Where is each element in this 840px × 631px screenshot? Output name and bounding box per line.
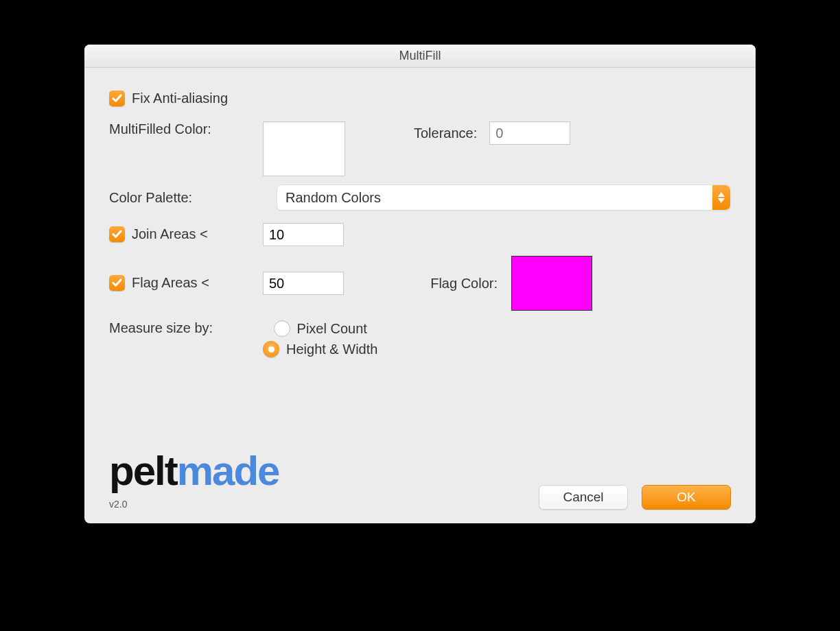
peltmade-logo: peltmade [109, 451, 279, 492]
color-palette-select[interactable]: Random Colors [277, 184, 731, 211]
join-areas-label: Join Areas < [132, 226, 208, 242]
join-areas-input[interactable] [263, 223, 344, 246]
dialog-content: Fix Anti-aliasing MultiFilled Color: Tol… [84, 68, 756, 523]
join-areas-checkbox[interactable]: Join Areas < [109, 226, 208, 242]
logo-part-1: pelt [109, 448, 177, 494]
logo-part-2: made [177, 448, 279, 494]
fix-antialiasing-label: Fix Anti-aliasing [132, 91, 228, 106]
chevron-up-down-icon [712, 185, 730, 210]
check-icon [109, 91, 125, 106]
tolerance-label: Tolerance: [414, 126, 477, 141]
measure-pixel-count-label: Pixel Count [297, 321, 367, 337]
color-palette-value: Random Colors [285, 190, 381, 206]
version-text: v2.0 [109, 499, 279, 510]
measure-height-width-radio[interactable]: Height & Width [263, 341, 377, 357]
flag-areas-input[interactable] [263, 272, 344, 295]
radio-on-icon [263, 341, 279, 357]
radio-off-icon [274, 320, 290, 337]
measure-height-width-label: Height & Width [286, 342, 377, 357]
measure-size-label: Measure size by: [109, 320, 263, 336]
check-icon [109, 275, 125, 291]
flag-color-swatch[interactable] [511, 256, 592, 311]
flag-areas-label: Flag Areas < [132, 275, 209, 291]
multifill-dialog: MultiFill Fix Anti-aliasing MultiFilled … [84, 45, 756, 523]
measure-pixel-count-radio[interactable]: Pixel Count [274, 320, 367, 337]
logo-area: peltmade v2.0 [109, 451, 279, 510]
flag-color-label: Flag Color: [399, 276, 498, 291]
tolerance-input[interactable] [489, 121, 570, 145]
check-icon [109, 226, 125, 242]
fix-antialiasing-checkbox[interactable]: Fix Anti-aliasing [109, 91, 228, 106]
cancel-button[interactable]: Cancel [539, 485, 628, 510]
window-title: MultiFill [399, 49, 441, 63]
ok-button[interactable]: OK [642, 485, 731, 510]
color-palette-label: Color Palette: [109, 190, 263, 206]
titlebar: MultiFill [84, 45, 756, 68]
multifilled-color-swatch[interactable] [263, 121, 345, 176]
multifilled-color-label: MultiFilled Color: [109, 121, 263, 137]
flag-areas-checkbox[interactable]: Flag Areas < [109, 275, 209, 291]
dialog-buttons: Cancel OK [539, 485, 731, 510]
